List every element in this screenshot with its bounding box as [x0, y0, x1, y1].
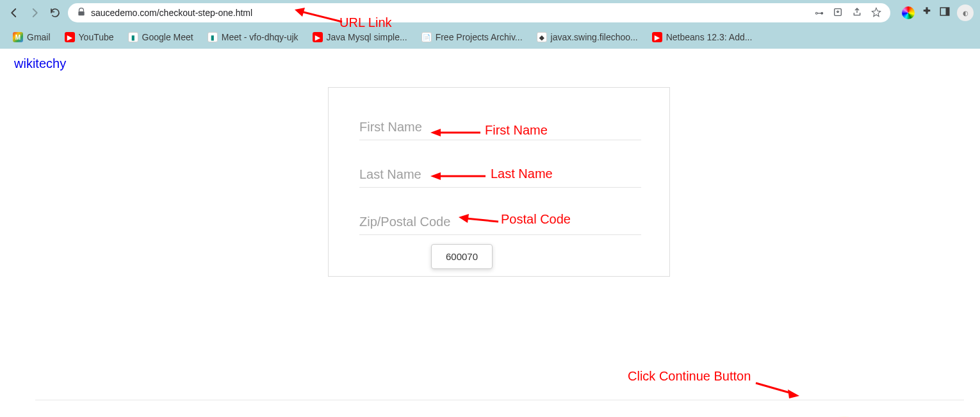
browser-toolbar: saucedemo.com/checkout-step-one.html ⊶ ◐ [0, 0, 980, 26]
youtube-icon: ▶ [313, 32, 323, 42]
key-icon[interactable]: ⊶ [815, 8, 824, 18]
extension-area: ◐ [902, 4, 974, 21]
last-name-input[interactable] [359, 162, 641, 188]
sidepanel-icon[interactable] [939, 6, 951, 20]
arrow-icon [755, 380, 801, 398]
gmail-icon: M [13, 32, 23, 42]
svg-marker-13 [788, 389, 799, 398]
annotation-continue: Click Continue Button [628, 369, 751, 384]
meet-icon: ▮ [208, 32, 218, 42]
bookmark-free-projects[interactable]: 📄Free Projects Archiv... [421, 32, 523, 42]
youtube-icon: ▶ [65, 32, 75, 42]
star-icon[interactable] [871, 7, 881, 19]
autofill-suggestion[interactable]: 600070 [431, 244, 493, 269]
bookmarks-bar: MGmail ▶YouTube ▮Google Meet ▮Meet - vfo… [0, 26, 980, 49]
postal-code-input[interactable] [359, 209, 641, 235]
bookmark-java-mysql[interactable]: ▶Java Mysql simple... [313, 32, 407, 42]
svg-line-12 [756, 383, 792, 393]
site-icon: 📄 [421, 32, 432, 42]
svg-rect-3 [946, 8, 949, 15]
svg-rect-0 [78, 11, 84, 15]
checkout-form: 600070 [328, 87, 670, 277]
bookmark-youtube[interactable]: ▶YouTube [65, 32, 114, 42]
bookmark-meet-link[interactable]: ▮Meet - vfo-dhqy-ujk [208, 32, 298, 42]
url-text: saucedemo.com/checkout-step-one.html [91, 8, 252, 18]
omnibox-actions: ⊶ [815, 7, 881, 19]
youtube-icon: ▶ [652, 32, 662, 42]
share-icon[interactable] [852, 7, 862, 19]
color-wheel-icon[interactable] [902, 6, 915, 19]
back-button[interactable] [6, 5, 22, 20]
lock-icon [77, 8, 86, 19]
bookmark-javax-swing[interactable]: ◆javax.swing.filechoo... [537, 32, 638, 42]
site-icon: ◆ [537, 32, 547, 42]
meet-icon: ▮ [128, 32, 138, 42]
divider [35, 400, 964, 400]
bookmark-netbeans[interactable]: ▶Netbeans 12.3: Add... [652, 32, 753, 42]
brand-link[interactable]: wikitechy [14, 56, 66, 71]
bookmark-gmail[interactable]: MGmail [13, 32, 51, 42]
address-bar[interactable]: saucedemo.com/checkout-step-one.html ⊶ [68, 3, 890, 22]
reload-button[interactable] [47, 5, 63, 20]
profile-avatar[interactable]: ◐ [957, 4, 974, 21]
forward-button[interactable] [27, 5, 42, 20]
extensions-icon[interactable] [921, 6, 933, 20]
first-name-input[interactable] [359, 115, 641, 140]
bookmark-google-meet[interactable]: ▮Google Meet [128, 32, 193, 42]
install-icon[interactable] [833, 7, 843, 19]
